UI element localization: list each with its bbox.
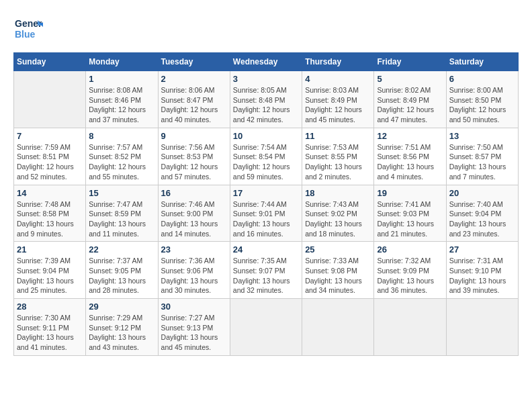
calendar-cell: 24 Sunrise: 7:35 AM Sunset: 9:07 PM Dayl…	[230, 242, 302, 299]
day-number: 18	[305, 188, 371, 198]
day-number: 2	[161, 74, 227, 84]
sunrise-info: Sunrise: 7:53 AM	[305, 142, 371, 152]
sunset-info: Sunset: 9:09 PM	[377, 266, 443, 276]
calendar-cell: 4 Sunrise: 8:03 AM Sunset: 8:49 PM Dayli…	[302, 71, 374, 128]
daylight-info: Daylight: 12 hours and 47 minutes.	[377, 105, 443, 124]
daylight-info: Daylight: 13 hours and 34 minutes.	[305, 276, 371, 295]
calendar-cell: 19 Sunrise: 7:41 AM Sunset: 9:03 PM Dayl…	[374, 185, 446, 242]
day-info: Sunrise: 8:03 AM Sunset: 8:49 PM Dayligh…	[305, 85, 371, 125]
day-number: 24	[233, 244, 299, 255]
day-number: 27	[449, 244, 515, 255]
day-info: Sunrise: 7:48 AM Sunset: 8:58 PM Dayligh…	[17, 199, 83, 239]
calendar-table: SundayMondayTuesdayWednesdayThursdayFrid…	[13, 52, 519, 356]
daylight-info: Daylight: 12 hours and 57 minutes.	[161, 162, 227, 181]
sunrise-info: Sunrise: 8:03 AM	[305, 85, 371, 95]
daylight-info: Daylight: 12 hours and 50 minutes.	[449, 105, 515, 124]
sunset-info: Sunset: 8:51 PM	[17, 152, 83, 162]
sunrise-info: Sunrise: 8:08 AM	[89, 85, 154, 95]
day-info: Sunrise: 7:39 AM Sunset: 9:04 PM Dayligh…	[17, 256, 83, 295]
day-number: 19	[377, 188, 443, 198]
sunrise-info: Sunrise: 8:00 AM	[449, 85, 515, 95]
daylight-info: Daylight: 13 hours and 39 minutes.	[449, 276, 515, 295]
sunset-info: Sunset: 8:54 PM	[233, 152, 299, 162]
sunrise-info: Sunrise: 7:31 AM	[449, 256, 515, 266]
daylight-info: Daylight: 13 hours and 2 minutes.	[305, 162, 371, 181]
sunrise-info: Sunrise: 7:37 AM	[89, 256, 154, 266]
header: General Blue	[13, 13, 519, 46]
calendar-cell: 11 Sunrise: 7:53 AM Sunset: 8:55 PM Dayl…	[302, 128, 374, 185]
day-info: Sunrise: 8:02 AM Sunset: 8:49 PM Dayligh…	[377, 85, 443, 125]
daylight-info: Daylight: 13 hours and 30 minutes.	[161, 276, 227, 295]
calendar-cell	[446, 299, 518, 356]
sunrise-info: Sunrise: 7:57 AM	[89, 142, 154, 152]
calendar-cell: 8 Sunrise: 7:57 AM Sunset: 8:52 PM Dayli…	[86, 128, 158, 185]
calendar-cell: 17 Sunrise: 7:44 AM Sunset: 9:01 PM Dayl…	[230, 185, 302, 242]
day-number: 17	[233, 188, 299, 198]
day-info: Sunrise: 7:40 AM Sunset: 9:04 PM Dayligh…	[449, 199, 515, 239]
calendar-cell: 22 Sunrise: 7:37 AM Sunset: 9:05 PM Dayl…	[86, 242, 158, 299]
sunrise-info: Sunrise: 7:47 AM	[89, 199, 154, 210]
logo-icon: General Blue	[13, 13, 43, 43]
daylight-info: Daylight: 12 hours and 37 minutes.	[89, 105, 154, 124]
day-info: Sunrise: 7:36 AM Sunset: 9:06 PM Dayligh…	[161, 256, 227, 295]
sunset-info: Sunset: 8:48 PM	[233, 95, 299, 105]
day-info: Sunrise: 7:32 AM Sunset: 9:09 PM Dayligh…	[377, 256, 443, 295]
daylight-info: Daylight: 13 hours and 16 minutes.	[233, 219, 299, 238]
sunset-info: Sunset: 8:59 PM	[89, 209, 154, 219]
day-info: Sunrise: 7:35 AM Sunset: 9:07 PM Dayligh…	[233, 256, 299, 295]
sunrise-info: Sunrise: 7:35 AM	[233, 256, 299, 266]
sunset-info: Sunset: 9:04 PM	[449, 209, 515, 219]
sunrise-info: Sunrise: 7:27 AM	[161, 313, 227, 323]
calendar-cell	[302, 299, 374, 356]
day-info: Sunrise: 7:51 AM Sunset: 8:56 PM Dayligh…	[377, 142, 443, 182]
sunset-info: Sunset: 8:56 PM	[377, 152, 443, 162]
daylight-info: Daylight: 13 hours and 18 minutes.	[305, 219, 371, 238]
weekday-header-saturday: Saturday	[446, 53, 518, 71]
day-number: 30	[161, 302, 227, 312]
day-number: 26	[377, 244, 443, 255]
sunrise-info: Sunrise: 7:33 AM	[305, 256, 371, 266]
calendar-cell: 21 Sunrise: 7:39 AM Sunset: 9:04 PM Dayl…	[14, 242, 86, 299]
calendar-cell: 25 Sunrise: 7:33 AM Sunset: 9:08 PM Dayl…	[302, 242, 374, 299]
daylight-info: Daylight: 13 hours and 36 minutes.	[377, 276, 443, 295]
sunset-info: Sunset: 8:49 PM	[377, 95, 443, 105]
sunrise-info: Sunrise: 7:43 AM	[305, 199, 371, 210]
day-number: 1	[89, 74, 154, 84]
day-number: 12	[377, 131, 443, 141]
sunrise-info: Sunrise: 7:39 AM	[17, 256, 83, 266]
day-number: 7	[17, 131, 83, 141]
day-info: Sunrise: 7:27 AM Sunset: 9:13 PM Dayligh…	[161, 313, 227, 353]
day-info: Sunrise: 7:41 AM Sunset: 9:03 PM Dayligh…	[377, 199, 443, 239]
day-number: 8	[89, 131, 154, 141]
sunrise-info: Sunrise: 8:02 AM	[377, 85, 443, 95]
weekday-header-friday: Friday	[374, 53, 446, 71]
sunset-info: Sunset: 9:05 PM	[89, 266, 154, 276]
day-number: 3	[233, 74, 299, 84]
sunrise-info: Sunrise: 7:54 AM	[233, 142, 299, 152]
day-info: Sunrise: 7:30 AM Sunset: 9:11 PM Dayligh…	[17, 313, 83, 353]
svg-text:Blue: Blue	[15, 29, 36, 40]
sunset-info: Sunset: 8:53 PM	[161, 152, 227, 162]
sunset-info: Sunset: 9:11 PM	[17, 323, 83, 333]
daylight-info: Daylight: 13 hours and 43 minutes.	[89, 332, 154, 352]
calendar-cell: 15 Sunrise: 7:47 AM Sunset: 8:59 PM Dayl…	[86, 185, 158, 242]
sunset-info: Sunset: 8:57 PM	[449, 152, 515, 162]
day-info: Sunrise: 8:00 AM Sunset: 8:50 PM Dayligh…	[449, 85, 515, 125]
calendar-cell	[14, 71, 86, 128]
calendar-cell	[230, 299, 302, 356]
day-info: Sunrise: 8:08 AM Sunset: 8:46 PM Dayligh…	[89, 85, 154, 125]
calendar-cell: 2 Sunrise: 8:06 AM Sunset: 8:47 PM Dayli…	[158, 71, 230, 128]
daylight-info: Daylight: 13 hours and 25 minutes.	[17, 276, 83, 295]
sunrise-info: Sunrise: 8:05 AM	[233, 85, 299, 95]
sunset-info: Sunset: 8:47 PM	[161, 95, 227, 105]
day-number: 16	[161, 188, 227, 198]
calendar-cell	[374, 299, 446, 356]
sunrise-info: Sunrise: 7:48 AM	[17, 199, 83, 210]
sunset-info: Sunset: 9:04 PM	[17, 266, 83, 276]
day-number: 20	[449, 188, 515, 198]
daylight-info: Daylight: 13 hours and 14 minutes.	[161, 219, 227, 238]
sunset-info: Sunset: 9:01 PM	[233, 209, 299, 219]
daylight-info: Daylight: 13 hours and 21 minutes.	[377, 219, 443, 238]
weekday-header-thursday: Thursday	[302, 53, 374, 71]
calendar-cell: 9 Sunrise: 7:56 AM Sunset: 8:53 PM Dayli…	[158, 128, 230, 185]
